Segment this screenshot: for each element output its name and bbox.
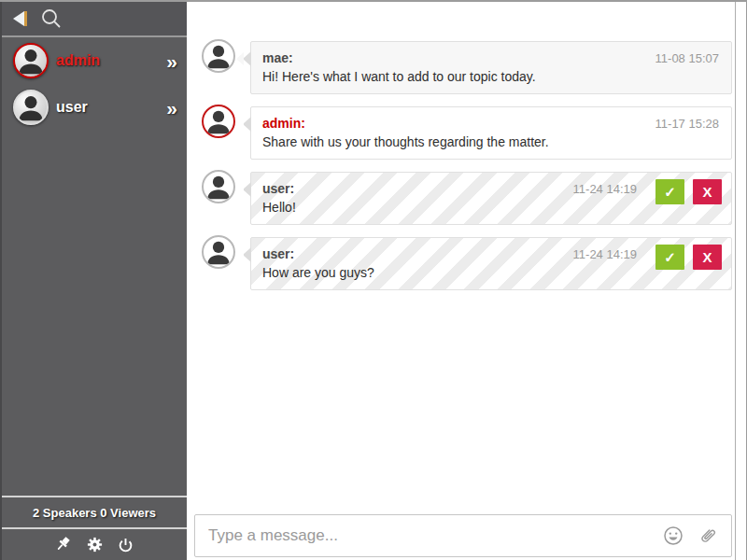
bubble-tail <box>243 51 251 66</box>
paperclip-icon <box>698 525 718 546</box>
pin-button[interactable] <box>54 536 73 554</box>
user-name: admin <box>56 52 166 69</box>
gear-icon <box>86 536 104 553</box>
message-text: Hi! Here's what I want to add to our top… <box>262 68 720 85</box>
avatar <box>13 43 49 78</box>
search-button[interactable] <box>40 7 63 30</box>
message-text: How are you guys? <box>262 264 720 281</box>
message-composer <box>194 514 732 557</box>
message-timestamp: 11-24 14:19 <box>573 247 637 261</box>
reject-message-button[interactable]: X <box>693 179 722 204</box>
message-author: user: <box>262 180 720 197</box>
attach-button[interactable] <box>698 525 718 546</box>
moderation-actions: ✓ X <box>655 179 722 204</box>
user-name: user <box>56 99 166 116</box>
speakers-status: 2 Speakers 0 Viewers <box>2 496 187 529</box>
message-timestamp: 11-17 15:28 <box>655 117 719 131</box>
emoji-icon <box>663 525 684 546</box>
avatar <box>202 105 235 138</box>
collapse-sidebar-button[interactable] <box>13 11 27 26</box>
bubble-tail <box>243 182 251 197</box>
moderation-actions: ✓ X <box>655 245 722 270</box>
message-row: admin: Share with us your thoughts regar… <box>202 106 735 160</box>
message-text: Share with us your thoughts regarding th… <box>262 133 720 150</box>
message-author: mae: <box>262 49 720 66</box>
message-bubble: mae: Hi! Here's what I want to add to ou… <box>250 41 732 94</box>
expand-user-icon[interactable] <box>166 98 176 118</box>
message-timestamp: 11-08 15:07 <box>655 51 719 65</box>
approve-message-button[interactable]: ✓ <box>655 179 684 204</box>
person-icon <box>204 106 233 136</box>
back-arrow-icon <box>13 11 24 26</box>
message-row: user: Hello! 11-24 14:19 ✓ X <box>202 172 735 225</box>
search-icon <box>40 7 63 30</box>
person-icon <box>15 45 47 77</box>
message-row: user: How are you guys? 11-24 14:19 ✓ X <box>202 237 735 290</box>
sidebar-item-admin[interactable]: admin <box>2 37 187 84</box>
person-icon <box>204 237 233 267</box>
approve-message-button[interactable]: ✓ <box>655 245 684 270</box>
message-row: mae: Hi! Here's what I want to add to ou… <box>202 41 735 94</box>
avatar <box>202 39 235 73</box>
user-list: admin user <box>2 37 187 496</box>
emoji-button[interactable] <box>663 525 684 546</box>
message-input[interactable] <box>208 526 649 545</box>
pin-icon <box>55 536 73 553</box>
sidebar-footer-toolbar <box>2 529 187 560</box>
message-list: mae: Hi! Here's what I want to add to ou… <box>187 2 735 514</box>
message-text: Hello! <box>262 199 720 216</box>
person-icon <box>15 91 47 123</box>
chat-scrollbar[interactable] <box>735 2 747 560</box>
speakers-status-label: 2 Speakers 0 Viewers <box>33 506 156 520</box>
bubble-tail <box>243 117 251 132</box>
message-author: user: <box>262 245 720 262</box>
bubble-tail <box>243 247 251 262</box>
person-icon <box>204 172 233 202</box>
settings-button[interactable] <box>85 536 104 554</box>
avatar <box>13 90 49 125</box>
avatar <box>202 235 235 269</box>
message-bubble: user: How are you guys? 11-24 14:19 ✓ X <box>250 237 732 290</box>
sidebar: admin user 2 Speakers 0 Viewers <box>0 2 187 560</box>
power-button[interactable] <box>116 536 134 554</box>
message-bubble: admin: Share with us your thoughts regar… <box>250 106 732 160</box>
avatar <box>202 170 235 203</box>
message-author: admin: <box>262 115 720 132</box>
person-icon <box>204 41 233 71</box>
sidebar-item-user[interactable]: user <box>2 84 187 131</box>
sidebar-toolbar <box>2 2 187 37</box>
message-timestamp: 11-24 14:19 <box>573 182 637 196</box>
message-bubble: user: Hello! 11-24 14:19 ✓ X <box>250 172 732 225</box>
back-arrow-bar <box>24 11 27 26</box>
power-icon <box>117 536 134 553</box>
chat-panel: mae: Hi! Here's what I want to add to ou… <box>187 2 747 560</box>
chat-app-window: admin user 2 Speakers 0 Viewers <box>0 0 747 560</box>
reject-message-button[interactable]: X <box>693 245 722 270</box>
expand-user-icon[interactable] <box>166 51 176 71</box>
